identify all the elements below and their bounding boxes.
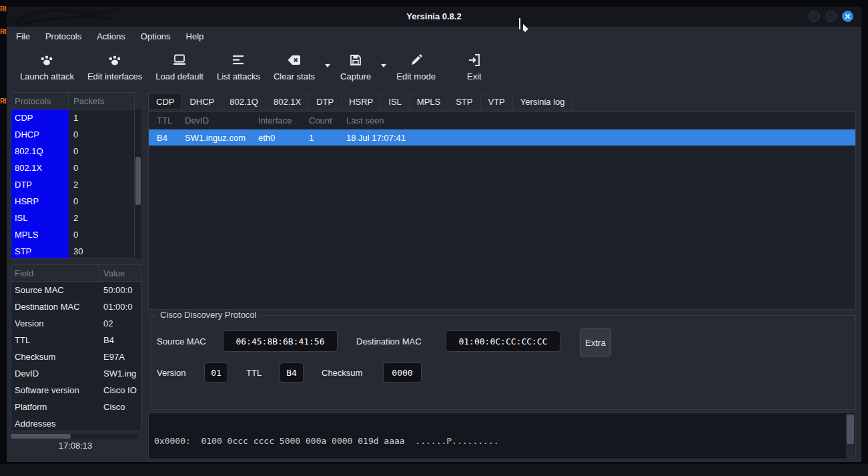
protocol-row[interactable]: ISL2 <box>11 210 134 226</box>
protocol-name-cell: HSRP <box>11 193 69 210</box>
column-header-protocols[interactable]: Protocols <box>11 93 69 109</box>
protocol-name-cell: 802.1Q <box>11 143 69 160</box>
hex-dump-view[interactable]: 0x0000: 0100 0ccc cccc 5000 000a 0000 01… <box>148 413 856 459</box>
toolbar-label: Capture <box>340 71 371 81</box>
field-name-cell: TTL <box>11 332 99 348</box>
column-header-interface[interactable]: Interface <box>258 115 309 126</box>
field-row[interactable]: Version02 <box>11 315 141 332</box>
protocol-row[interactable]: 802.1Q0 <box>11 143 134 160</box>
protocol-packets-cell: 0 <box>69 146 134 156</box>
column-header-devid[interactable]: DevID <box>185 115 258 126</box>
scrollbar-thumb[interactable] <box>135 157 141 205</box>
protocol-row[interactable]: DHCP0 <box>11 126 134 143</box>
scrollbar-thumb[interactable] <box>847 415 854 444</box>
window-maximize-button[interactable] <box>825 11 837 22</box>
tab-yersinia-log[interactable]: Yersinia log <box>513 93 573 110</box>
launch-attack-button[interactable]: Launch attack <box>13 52 81 81</box>
protocols-table-header[interactable]: Protocols Packets <box>11 93 134 109</box>
edit-interfaces-button[interactable]: Edit interfaces <box>81 52 149 81</box>
version-input[interactable] <box>204 363 228 383</box>
field-name-cell: Addresses <box>11 415 99 431</box>
window-minimize-button[interactable] <box>809 11 820 22</box>
capture-button[interactable]: Capture <box>334 52 378 81</box>
column-header-last-seen[interactable]: Last seen <box>346 115 855 126</box>
field-row[interactable]: PlatformCisco <box>11 399 141 415</box>
fields-horizontal-scrollbar[interactable] <box>11 434 137 439</box>
field-row[interactable]: TTLB4 <box>11 332 141 348</box>
column-header-value[interactable]: Value <box>99 268 141 278</box>
column-header-ttl[interactable]: TTL <box>157 115 185 126</box>
paw-icon <box>39 52 55 68</box>
capture-dropdown-button[interactable] <box>378 64 390 67</box>
menu-actions[interactable]: Actions <box>97 31 125 41</box>
packet-row-selected[interactable]: B4 SW1.inguz.com eth0 1 18 Jul 17:07:41 <box>149 130 855 146</box>
protocol-packets-cell: 2 <box>69 213 134 223</box>
list-attacks-button[interactable]: List attacks <box>210 52 267 81</box>
tab-isl[interactable]: ISL <box>381 93 410 110</box>
packet-ttl-cell: B4 <box>157 133 185 143</box>
field-row[interactable]: DevIDSW1.ing <box>11 365 141 382</box>
packet-interface-cell: eth0 <box>258 133 309 143</box>
source-mac-input[interactable] <box>223 330 338 352</box>
field-row[interactable]: Source MAC50:00:0 <box>11 282 141 298</box>
tab-dhcp[interactable]: DHCP <box>182 93 222 110</box>
toolbar-label: Exit <box>467 71 482 81</box>
menu-help[interactable]: Help <box>186 31 204 41</box>
protocol-row[interactable]: 802.1X0 <box>11 160 134 176</box>
tab-dtp[interactable]: DTP <box>309 93 342 110</box>
field-name-cell: Version <box>11 315 99 332</box>
packet-list-header[interactable]: TTL DevID Interface Count Last seen <box>149 112 855 130</box>
extra-button[interactable]: Extra <box>580 328 611 356</box>
tab-8021q[interactable]: 802.1Q <box>222 93 266 110</box>
ttl-input[interactable] <box>280 363 304 383</box>
tab-vtp[interactable]: VTP <box>481 93 513 110</box>
protocol-name-cell: CDP <box>11 109 69 126</box>
tab-hsrp[interactable]: HSRP <box>342 93 381 110</box>
tab-mpls[interactable]: MPLS <box>410 93 448 110</box>
taskbar-strip <box>0 464 868 476</box>
protocol-name-cell: ISL <box>11 210 69 226</box>
menu-options[interactable]: Options <box>141 31 171 41</box>
scrollbar-thumb[interactable] <box>11 434 71 439</box>
menu-protocols[interactable]: Protocols <box>45 31 81 41</box>
destination-mac-input[interactable] <box>446 330 560 352</box>
toolbar-label: Launch attack <box>20 71 74 81</box>
packet-last-seen-cell: 18 Jul 17:07:41 <box>346 133 855 143</box>
protocol-row[interactable]: STP30 <box>11 243 134 259</box>
exit-button[interactable]: Exit <box>460 52 489 81</box>
floppy-save-icon <box>348 52 364 68</box>
load-default-button[interactable]: Load default <box>149 52 210 81</box>
packet-count-cell: 1 <box>309 133 346 143</box>
tab-8021x[interactable]: 802.1X <box>266 93 309 110</box>
protocol-row[interactable]: MPLS0 <box>11 226 134 243</box>
protocol-tabbar: CDP DHCP 802.1Q 802.1X DTP HSRP ISL MPLS… <box>148 93 573 110</box>
protocol-packets-cell: 0 <box>69 196 134 206</box>
protocol-row[interactable]: DTP2 <box>11 176 134 193</box>
chevron-down-icon <box>381 64 386 67</box>
tab-cdp[interactable]: CDP <box>148 93 182 110</box>
protocol-row[interactable]: HSRP0 <box>11 193 134 210</box>
field-row[interactable]: Addresses <box>11 415 141 431</box>
field-row[interactable]: Software versionCisco IO <box>11 382 141 399</box>
protocol-row[interactable]: CDP1 <box>11 109 134 126</box>
protocols-scrollbar[interactable] <box>135 109 141 259</box>
clear-stats-button[interactable]: Clear stats <box>267 52 322 81</box>
titlebar[interactable]: Yersinia 0.8.2 <box>7 7 861 27</box>
field-value-cell: E97A <box>99 352 141 362</box>
hex-scrollbar[interactable] <box>846 414 855 459</box>
field-row[interactable]: Destination MAC01:00:0 <box>11 298 141 315</box>
packet-devid-cell: SW1.inguz.com <box>185 133 258 143</box>
checksum-input[interactable] <box>383 363 422 383</box>
clear-stats-dropdown-button[interactable] <box>322 64 334 67</box>
column-header-field[interactable]: Field <box>11 265 99 281</box>
column-header-packets[interactable]: Packets <box>69 96 134 106</box>
fields-table-header[interactable]: Field Value <box>11 265 141 282</box>
tab-stp[interactable]: STP <box>448 93 480 110</box>
field-name-cell: Source MAC <box>11 282 99 298</box>
text-cursor <box>519 18 520 29</box>
menu-file[interactable]: File <box>16 31 30 41</box>
column-header-count[interactable]: Count <box>309 115 346 126</box>
field-row[interactable]: ChecksumE97A <box>11 348 141 365</box>
edit-mode-button[interactable]: Edit mode <box>390 52 442 81</box>
window-close-button[interactable] <box>842 11 853 22</box>
